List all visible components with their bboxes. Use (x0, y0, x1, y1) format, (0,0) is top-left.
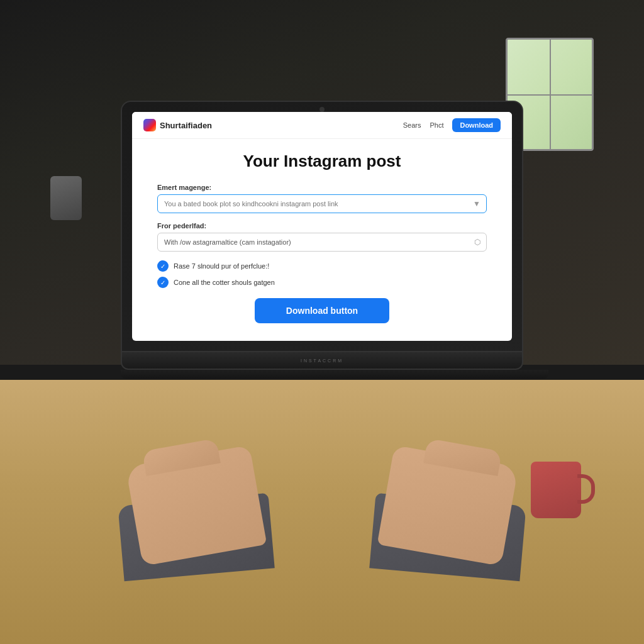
nav-links: Sears Phct Download (403, 118, 501, 132)
nav-download-button[interactable]: Download (452, 118, 501, 132)
field2-wrapper: With /ow astagramaltice (cam instagatior… (157, 233, 487, 252)
pencil-cup (50, 176, 82, 220)
nav-link-sears[interactable]: Sears (403, 121, 421, 129)
laptop-lid: Shurtaifiaden Sears Phct Download Your I… (121, 101, 523, 352)
logo-text: Shurtaifiaden (160, 121, 212, 130)
laptop-screen: Shurtaifiaden Sears Phct Download Your I… (132, 112, 512, 341)
screen-body: Your Instagram post Emert magenge: ▼ Fro… (132, 139, 512, 341)
checklist-item-1: ✓ Rase 7 slnould pur of perfclue:! (157, 260, 487, 272)
format-select[interactable]: With /ow astagramaltice (cam instagatior… (157, 233, 487, 252)
laptop: Shurtaifiaden Sears Phct Download Your I… (121, 101, 523, 379)
page-title: Your Instagram post (157, 152, 487, 171)
instagram-link-input[interactable] (157, 194, 487, 213)
laptop-brand-label: INSTACCRM (301, 358, 343, 363)
check-icon-1: ✓ (157, 260, 169, 272)
check-icon-2: ✓ (157, 277, 169, 288)
field2-label: Fror pederlfad: (157, 222, 487, 230)
laptop-camera (319, 107, 325, 112)
logo-icon (143, 119, 156, 131)
checklist-label-1: Rase 7 slnould pur of perfclue:! (174, 262, 269, 270)
hand-left (126, 445, 267, 566)
checklist-item-2: ✓ Cone all the cotter shouls gatgen (157, 277, 487, 288)
nav-link-phct[interactable]: Phct (430, 121, 443, 129)
field1-label: Emert magenge: (157, 184, 487, 191)
hands-container (121, 430, 523, 556)
checklist: ✓ Rase 7 slnould pur of perfclue:! ✓ Con… (157, 260, 487, 288)
navbar: Shurtaifiaden Sears Phct Download (132, 112, 512, 139)
coffee-mug (531, 462, 581, 518)
download-button[interactable]: Download button (255, 298, 389, 323)
field1-wrapper: ▼ (157, 194, 487, 213)
checklist-label-2: Cone all the cotter shouls gatgen (174, 279, 275, 286)
input1-icon: ▼ (473, 199, 480, 208)
nav-logo: Shurtaifiaden (143, 119, 212, 131)
laptop-keyboard-area (121, 370, 548, 379)
hand-right (377, 445, 519, 566)
laptop-base: INSTACCRM (121, 352, 523, 370)
